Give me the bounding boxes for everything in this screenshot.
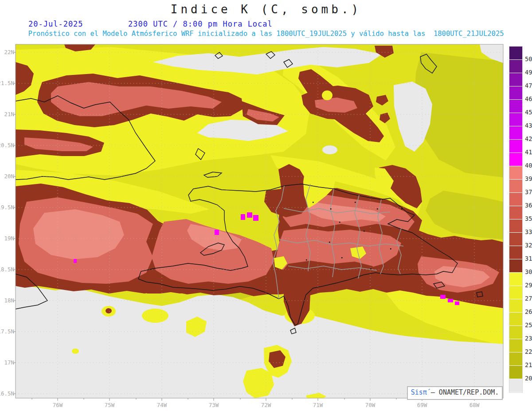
lat-label: 21N	[4, 111, 14, 117]
lat-label: 18.5N	[0, 266, 14, 273]
colorbar-label: 27.8	[525, 295, 532, 302]
contour-blob	[142, 309, 168, 323]
colorbar-segment	[509, 219, 522, 233]
colorbar-label: 42.6	[525, 135, 532, 142]
lon-label: 72W	[255, 402, 277, 408]
brand-logo: Sisπ́	[411, 388, 427, 396]
colorbar-segment	[509, 246, 522, 259]
map-canvas	[0, 0, 532, 411]
k40-speck	[253, 215, 258, 221]
colorbar-segment	[509, 313, 522, 326]
attribution-box: Sisπ́ – ONAMET/REP.DOM.	[407, 386, 503, 400]
k40-speck	[241, 214, 245, 220]
colorbar-segment	[509, 113, 522, 126]
colorbar-label: 43.9	[525, 122, 532, 129]
colorbar-segment	[509, 286, 522, 299]
k40-speck	[247, 212, 252, 218]
lat-label: 21.5N	[0, 80, 14, 86]
k40-speck	[215, 230, 219, 235]
colorbar-segment	[509, 100, 522, 113]
contour-blob	[322, 90, 332, 100]
colorbar-label: 22.6	[525, 348, 532, 355]
colorbar-segment	[509, 166, 522, 180]
contour-blob	[72, 348, 79, 354]
colorbar-segment	[509, 86, 522, 100]
lat-label: 22N	[4, 49, 14, 55]
lon-label: 70W	[360, 402, 381, 408]
lat-label: 20.5N	[0, 142, 14, 149]
lon-label: 73W	[203, 402, 224, 408]
lat-label: 19N	[4, 235, 14, 242]
colorbar-label: 29.1	[525, 282, 532, 289]
colorbar-label: 33.9	[525, 228, 532, 235]
colorbar-segment	[509, 180, 522, 193]
colorbar-segment	[509, 193, 522, 206]
lat-label: 18N	[4, 297, 14, 304]
colorbar-label: 21.3	[525, 361, 532, 368]
colorbar-segment	[509, 60, 522, 73]
lon-label: 68W	[464, 402, 485, 408]
colorbar-segment	[509, 379, 522, 392]
lat-label: 17.5N	[0, 328, 14, 335]
k30-patch-south-coast	[283, 261, 381, 289]
contour-blob	[431, 304, 456, 318]
lon-label: 71W	[307, 402, 329, 408]
colorbar-segment	[509, 259, 522, 273]
lon-label: 69W	[411, 402, 433, 408]
colorbar-label: 30	[525, 268, 532, 275]
colorbar-label: 37.8	[525, 188, 532, 196]
colorbar-label: 23.9	[525, 335, 532, 342]
colorbar	[509, 46, 523, 393]
weather-map-page: Indice K (C, somb.) 20-Jul-2025 2300 UTC…	[0, 0, 532, 411]
contour-field	[16, 44, 503, 398]
colorbar-label: 50	[525, 55, 532, 63]
colorbar-label: 49.1	[525, 69, 532, 76]
lat-label: 20N	[4, 173, 14, 180]
colorbar-segment	[509, 206, 522, 219]
colorbar-label: 40	[525, 162, 532, 169]
colorbar-segment	[509, 140, 522, 153]
lon-label: 76W	[47, 402, 68, 408]
colorbar-label: 25.2	[525, 321, 532, 329]
lat-label: 17N	[4, 359, 14, 366]
colorbar-label: 45.2	[525, 109, 532, 116]
colorbar-label: 47.8	[525, 82, 532, 89]
colorbar-label: 41.3	[525, 149, 532, 156]
k40-speck	[440, 295, 446, 299]
attribution-text: – ONAMET/REP.DOM.	[427, 388, 499, 396]
colorbar-segment	[509, 126, 522, 140]
colorbar-label: 26.5	[525, 308, 532, 315]
colorbar-segment	[509, 73, 522, 86]
colorbar-segment	[509, 339, 522, 352]
colorbar-segment	[509, 326, 522, 339]
colorbar-segment	[509, 299, 522, 313]
colorbar-segment	[509, 352, 522, 366]
colorbar-label: 20	[525, 375, 532, 382]
colorbar-label: 36.5	[525, 202, 532, 209]
lon-label: 75W	[99, 402, 120, 408]
colorbar-label: 35.2	[525, 215, 532, 222]
lat-label: 16.5N	[0, 390, 14, 397]
lat-label: 19.5N	[0, 204, 14, 211]
colorbar-label: 31.3	[525, 255, 532, 262]
colorbar-segment	[509, 233, 522, 246]
k40-speck	[74, 259, 77, 263]
below20-region	[322, 145, 337, 154]
colorbar-label: 46.5	[525, 95, 532, 102]
colorbar-label: 39.1	[525, 175, 532, 182]
k40-speck	[455, 301, 459, 305]
colorbar-segment	[509, 153, 522, 166]
colorbar-segment	[509, 47, 522, 60]
colorbar-segment	[509, 366, 522, 379]
colorbar-segment	[509, 273, 522, 286]
k30-speck	[106, 308, 112, 313]
colorbar-label: 32.6	[525, 242, 532, 249]
lon-label: 74W	[151, 402, 172, 408]
